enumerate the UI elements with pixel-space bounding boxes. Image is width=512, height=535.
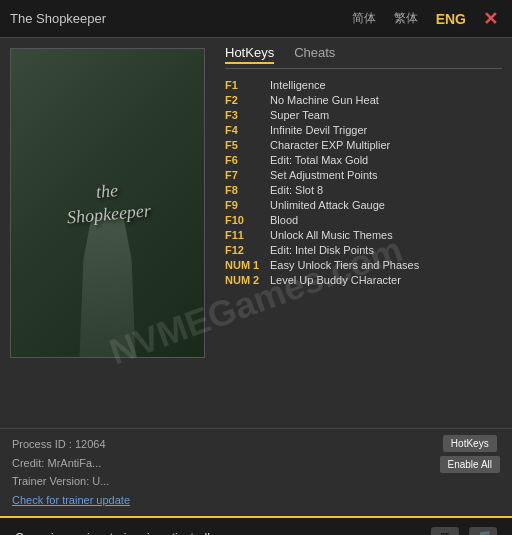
update-link[interactable]: Check for trainer update — [12, 494, 130, 506]
hotkey-f4: F4 Infinite Devil Trigger — [225, 122, 502, 137]
lang-traditional[interactable]: 繁体 — [389, 8, 423, 29]
status-icons: 🖥 🎵 — [431, 527, 497, 535]
hotkey-f10: F10 Blood — [225, 212, 502, 227]
status-bar: Game is running, trainer is activated! 🖥… — [0, 516, 512, 535]
hotkey-f5: F5 Character EXP Multiplier — [225, 137, 502, 152]
title-bar: The Shopkeeper 简体 繁体 ENG ✕ — [0, 0, 512, 38]
close-button[interactable]: ✕ — [479, 8, 502, 30]
main-content: the Shopkeeper HotKeys Cheats F1 Intelli… — [0, 38, 512, 428]
process-id: Process ID : 12064 — [12, 435, 130, 454]
tab-hotkeys[interactable]: HotKeys — [225, 43, 274, 64]
lang-simplified[interactable]: 简体 — [347, 8, 381, 29]
hotkey-f2: F2 No Machine Gun Heat — [225, 92, 502, 107]
language-buttons: 简体 繁体 ENG ✕ — [347, 8, 502, 30]
game-image-overlay: the Shopkeeper — [11, 49, 204, 357]
info-area: Process ID : 12064 Credit: MrAntiFa... T… — [0, 428, 512, 516]
info-right: HotKeys Enable All — [440, 435, 500, 473]
status-message: Game is running, trainer is activated! — [15, 531, 210, 535]
right-panel: HotKeys Cheats F1 Intelligence F2 No Mac… — [215, 38, 512, 428]
info-left: Process ID : 12064 Credit: MrAntiFa... T… — [12, 435, 130, 510]
tabs: HotKeys Cheats — [225, 43, 502, 69]
music-icon[interactable]: 🎵 — [469, 527, 497, 535]
game-image: the Shopkeeper — [10, 48, 205, 358]
hotkey-f11: F11 Unlock All Music Themes — [225, 227, 502, 242]
hotkey-f9: F9 Unlimited Attack Gauge — [225, 197, 502, 212]
lang-english[interactable]: ENG — [431, 9, 471, 29]
hotkey-f3: F3 Super Team — [225, 107, 502, 122]
hotkey-num2: NUM 2 Level Up Buddy CHaracter — [225, 272, 502, 287]
hotkeys-toggle-button[interactable]: HotKeys — [443, 435, 497, 452]
hotkey-f8: F8 Edit: Slot 8 — [225, 182, 502, 197]
enable-all-button[interactable]: Enable All — [440, 456, 500, 473]
hotkey-f6: F6 Edit: Total Max Gold — [225, 152, 502, 167]
monitor-icon[interactable]: 🖥 — [431, 527, 459, 535]
game-title-art: the Shopkeeper — [64, 176, 152, 230]
hotkeys-list: F1 Intelligence F2 No Machine Gun Heat F… — [225, 77, 502, 287]
trainer-version: Trainer Version: U... — [12, 472, 130, 491]
hotkey-f7: F7 Set Adjustment Points — [225, 167, 502, 182]
hotkey-f12: F12 Edit: Intel Disk Points — [225, 242, 502, 257]
app-title: The Shopkeeper — [10, 11, 106, 26]
hotkey-num1: NUM 1 Easy Unlock Tiers and Phases — [225, 257, 502, 272]
credit: Credit: MrAntiFa... — [12, 454, 130, 473]
hotkey-f1: F1 Intelligence — [225, 77, 502, 92]
tab-cheats[interactable]: Cheats — [294, 43, 335, 64]
